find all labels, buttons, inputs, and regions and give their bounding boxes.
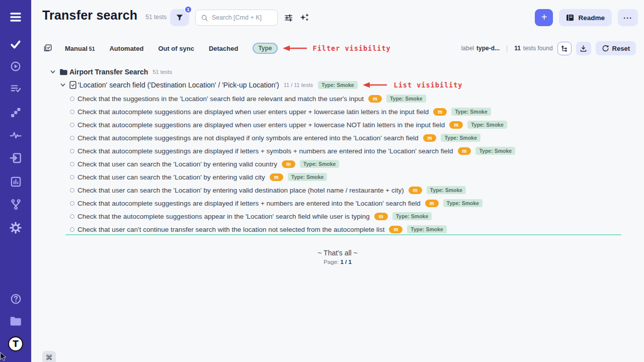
manual-badge: m — [389, 226, 403, 233]
label-value: type-d... — [476, 45, 500, 52]
reset-button[interactable]: Reset — [596, 41, 636, 55]
menu-icon[interactable] — [0, 11, 31, 23]
more-button[interactable]: ··· — [618, 9, 638, 26]
type-smoke-badge: Type: Smoke — [318, 81, 358, 89]
adjustments-icon[interactable] — [284, 13, 293, 23]
test-row[interactable]: Check that user can search the 'Location… — [65, 184, 642, 197]
separator: | — [506, 45, 508, 52]
test-status-icon — [70, 201, 74, 206]
test-row[interactable]: Check that autocomplete suggestings are … — [65, 144, 642, 157]
red-arrow-left — [362, 81, 388, 88]
manual-badge: m — [368, 95, 382, 103]
reset-label: Reset — [612, 45, 630, 52]
search-input[interactable] — [212, 14, 271, 21]
ai-sparkles-icon[interactable] — [299, 13, 309, 23]
type-smoke-badge: Type: Smoke — [407, 225, 447, 233]
test-title: Check that autocomplete suggestings are … — [77, 200, 421, 207]
test-title: Check that user can't continue transfer … — [77, 226, 384, 233]
filter-button[interactable]: 1 — [170, 9, 189, 26]
command-shortcut-button[interactable]: ⌘ — [42, 351, 56, 362]
bar-chart-icon[interactable] — [0, 175, 31, 188]
tree-view-icon — [560, 45, 568, 52]
type-smoke-badge: Type: Smoke — [288, 173, 328, 181]
type-smoke-badge: Type: Smoke — [475, 147, 515, 155]
folder-count: 51 tests — [152, 69, 172, 75]
play-circle-icon[interactable] — [0, 60, 31, 72]
test-title: Check that user can search the 'Location… — [77, 187, 404, 194]
test-status-icon — [70, 162, 74, 166]
manual-badge: m — [409, 187, 422, 194]
download-icon — [580, 45, 587, 52]
test-row[interactable]: Check that autocomplete suggestings are … — [65, 131, 642, 144]
test-status-icon — [70, 110, 74, 114]
manual-badge: m — [458, 147, 471, 155]
tab-automated[interactable]: Automated — [109, 45, 143, 52]
type-smoke-badge: Type: Smoke — [467, 121, 507, 129]
test-status-icon — [70, 136, 74, 140]
type-smoke-badge: Type: Smoke — [441, 134, 480, 142]
type-smoke-badge: Type: Smoke — [386, 95, 426, 103]
manual-badge: m — [374, 213, 388, 220]
suite-row[interactable]: 'Location' search field ('Destination Lo… — [60, 79, 463, 90]
page-title: Transfer search — [42, 8, 137, 23]
tab-out-of-sync[interactable]: Out of sync — [158, 45, 194, 52]
test-status-icon — [70, 214, 74, 219]
drop-indicator-line — [65, 234, 621, 235]
chevron-down-icon[interactable] — [60, 82, 66, 88]
test-row[interactable]: Check that autocomplete suggestions are … — [65, 118, 642, 131]
test-row[interactable]: Check that autocomplete suggestions are … — [65, 105, 642, 118]
thats-all-text: ~ That's all ~ — [31, 249, 644, 257]
test-status-icon — [70, 123, 74, 127]
branch-icon[interactable] — [0, 198, 31, 211]
manual-badge: m — [282, 160, 295, 168]
test-list: Check that the suggestions in the 'Locat… — [65, 92, 642, 236]
type-smoke-badge: Type: Smoke — [392, 212, 432, 220]
manual-badge: m — [433, 108, 447, 116]
readme-button[interactable]: Readme — [559, 9, 612, 26]
folder-row[interactable]: Airport Transfer Search 51 tests — [50, 66, 172, 77]
add-button[interactable]: + — [535, 9, 553, 26]
select-tasks-icon[interactable] — [43, 44, 52, 53]
test-status-icon — [70, 175, 74, 179]
test-title: Check that autocomplete suggestings are … — [77, 147, 453, 155]
main-content: Transfer search 51 tests 1 + Readme ··· — [31, 0, 644, 362]
steps-icon[interactable] — [0, 106, 31, 119]
test-row[interactable]: Check that the autocomplete suggestions … — [65, 210, 642, 223]
chevron-down-icon[interactable] — [50, 69, 56, 75]
download-button[interactable] — [576, 42, 591, 55]
test-row[interactable]: Check that user can search the 'Location… — [65, 157, 642, 170]
test-row[interactable]: Check that autocomplete suggestings are … — [65, 197, 642, 210]
tests-count: 51 tests — [145, 14, 167, 21]
t-logo[interactable]: T — [0, 336, 31, 352]
sidebar: T — [0, 0, 31, 362]
red-arrow-left — [282, 45, 308, 52]
tree-view-button[interactable] — [557, 42, 572, 55]
gear-icon[interactable] — [0, 221, 31, 234]
page-value: 1 / 1 — [340, 259, 351, 265]
list-visibility-annotation: List visibility — [394, 81, 463, 89]
folder-icon[interactable] — [0, 315, 31, 328]
filter-toolbar: Manual51 Automated Out of sync Detached … — [43, 40, 636, 56]
manual-badge: m — [423, 134, 437, 142]
list-check-icon[interactable] — [0, 82, 31, 95]
type-filter-chip[interactable]: Type — [253, 43, 277, 54]
test-row[interactable]: Check that user can search the 'Location… — [65, 170, 642, 184]
test-title: Check that the suggestions in the 'Locat… — [77, 95, 364, 103]
test-title: Check that user can search the 'Location… — [77, 173, 265, 181]
tests-check-icon[interactable] — [0, 38, 31, 50]
label-prefix: label — [461, 45, 474, 52]
tab-detached[interactable]: Detached — [209, 45, 238, 52]
sign-in-icon[interactable] — [0, 151, 31, 164]
pulse-icon[interactable] — [0, 129, 31, 142]
readme-icon — [566, 14, 574, 21]
suite-name: 'Location' search field ('Destination Lo… — [78, 81, 279, 89]
search-box[interactable] — [195, 10, 278, 26]
test-status-icon — [70, 149, 74, 153]
filter-count-badge: 1 — [184, 6, 192, 14]
tab-manual[interactable]: Manual51 — [65, 45, 95, 52]
folder-name: Airport Transfer Search — [69, 68, 148, 76]
test-row[interactable]: Check that the suggestions in the 'Locat… — [65, 92, 642, 105]
test-status-icon — [70, 188, 74, 193]
test-title: Check that autocomplete suggestings are … — [77, 134, 419, 142]
help-icon[interactable] — [0, 292, 31, 305]
